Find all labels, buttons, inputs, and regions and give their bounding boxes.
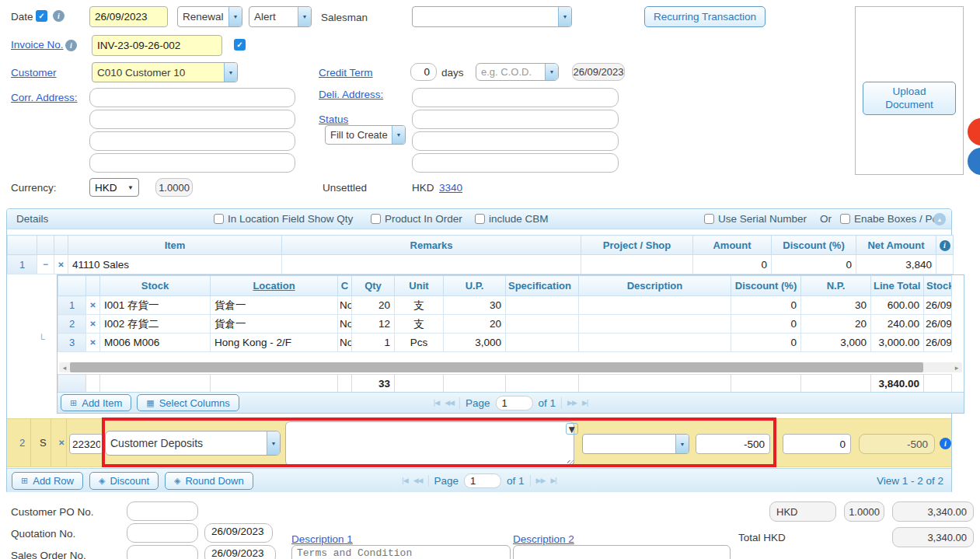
delete-row-icon[interactable]: ✕ — [86, 315, 100, 334]
page-input[interactable] — [464, 473, 501, 488]
use-serial-checkbox[interactable]: Use Serial Number — [704, 213, 807, 225]
project-combo[interactable]: ▼ — [582, 434, 689, 454]
last-page-icon[interactable]: ▶| — [582, 399, 588, 407]
cell-desc[interactable] — [579, 296, 731, 315]
invoice-no-info-icon[interactable]: i — [65, 40, 77, 51]
collapse-row-icon[interactable]: − — [37, 255, 54, 274]
scrollbar-thumb[interactable] — [70, 362, 923, 372]
chevron-down-icon[interactable]: ▼ — [392, 126, 405, 144]
upload-document-button[interactable]: Upload Document — [863, 82, 956, 115]
cell-up[interactable]: 20 — [444, 315, 506, 334]
deli-address-input-4[interactable] — [412, 153, 619, 173]
status-combo[interactable]: Fill to Create ▼ — [325, 125, 406, 145]
remarks-dropdown-icon[interactable]: ▼ — [566, 423, 578, 435]
chevron-down-icon[interactable]: ▼ — [228, 7, 242, 26]
cell-up[interactable]: 30 — [444, 296, 506, 315]
unsettled-amount-link[interactable]: 3340 — [439, 182, 462, 194]
in-location-checkbox[interactable]: In Location Field Show Qty — [214, 213, 353, 225]
cell-stock[interactable]: M006 M006 — [100, 334, 211, 352]
delete-row-icon[interactable]: ✕ — [86, 296, 100, 315]
delete-row-icon[interactable]: ✕ — [86, 334, 100, 352]
date-info-icon[interactable]: i — [53, 10, 65, 22]
delete-row-icon[interactable]: ✕ — [54, 255, 68, 274]
product-in-order-checkbox[interactable]: Product In Order — [371, 213, 462, 225]
cell-c[interactable]: No — [338, 315, 352, 334]
scroll-left-icon[interactable]: ◂ — [59, 362, 70, 372]
description-1-label[interactable]: Description 1 — [291, 533, 353, 545]
corr-address-input-1[interactable] — [89, 88, 295, 107]
cell-item[interactable]: 41110 Sales — [68, 255, 282, 274]
quotation-input[interactable] — [127, 523, 198, 543]
credit-term-combo[interactable]: e.g. C.O.D. ▼ — [476, 63, 559, 81]
corr-address-label[interactable]: Corr. Address: — [11, 92, 78, 103]
chevron-down-icon[interactable]: ▼ — [558, 7, 571, 26]
currency-select[interactable]: HKD ▼ — [89, 178, 139, 197]
checkbox[interactable] — [371, 214, 381, 224]
col-location[interactable]: Location — [211, 276, 338, 296]
discount-input[interactable] — [783, 434, 851, 454]
credit-days-input[interactable] — [410, 63, 437, 81]
customer-label[interactable]: Customer — [11, 67, 57, 79]
cell-unit[interactable]: Pcs — [395, 334, 444, 352]
cell-remarks[interactable] — [282, 255, 581, 274]
chevron-down-icon[interactable]: ▼ — [545, 64, 558, 80]
renewal-combo[interactable]: Renewal ▼ — [177, 6, 242, 27]
cell-unit[interactable]: 支 — [395, 315, 444, 334]
horizontal-scrollbar[interactable]: ◂ ▸ — [59, 362, 962, 372]
cell-discount[interactable]: 0 — [731, 315, 801, 334]
deli-address-label[interactable]: Deli. Address: — [319, 89, 383, 100]
chevron-down-icon[interactable]: ▼ — [675, 435, 689, 453]
cell-project[interactable] — [581, 255, 693, 274]
cell-desc[interactable] — [579, 334, 731, 352]
cell-discount[interactable]: 0 — [731, 296, 801, 315]
add-row-button[interactable]: ⊞Add Row — [12, 472, 83, 490]
invoice-no-checkbox[interactable]: ✓ — [234, 39, 246, 51]
cell-location[interactable]: Hong Kong - 2/F — [211, 334, 338, 352]
chevron-down-icon[interactable]: ▼ — [298, 7, 311, 26]
enable-boxes-checkbox[interactable]: Enabe Boxes / Pcs — [840, 213, 943, 225]
cell-amount[interactable]: 0 — [693, 255, 772, 274]
page-input[interactable] — [496, 396, 533, 411]
deli-address-input-2[interactable] — [412, 110, 619, 129]
amount-input[interactable] — [696, 434, 770, 454]
cell-qty[interactable]: 20 — [352, 296, 395, 315]
date-checkbox[interactable]: ✓ — [36, 10, 47, 22]
cell-np[interactable]: 20 — [801, 315, 871, 334]
terms-textarea[interactable] — [291, 545, 511, 559]
checkbox[interactable] — [840, 214, 850, 224]
cell-np[interactable]: 3,000 — [801, 334, 871, 352]
cell-unit[interactable]: 支 — [395, 296, 444, 315]
prev-page-icon[interactable]: ◀◀ — [413, 477, 423, 484]
include-cbm-checkbox[interactable]: include CBM — [475, 213, 549, 225]
cell-c[interactable]: No — [338, 334, 352, 352]
select-columns-button[interactable]: ▦Select Columns — [137, 394, 239, 411]
cell-spec[interactable] — [506, 315, 579, 334]
sales-order-input[interactable] — [127, 545, 198, 559]
status-label[interactable]: Status — [319, 114, 348, 125]
invoice-no-input[interactable] — [92, 35, 222, 56]
checkbox[interactable] — [214, 214, 224, 224]
date-input[interactable] — [89, 6, 168, 27]
customer-po-input[interactable] — [127, 501, 198, 521]
cell-location[interactable]: 貨倉一 — [211, 315, 338, 334]
invoice-no-label[interactable]: Invoice No. — [11, 39, 64, 51]
cell-qty[interactable]: 1 — [352, 334, 395, 352]
corr-address-input-3[interactable] — [89, 131, 295, 151]
net-amount-info-icon[interactable]: i — [940, 240, 950, 251]
cell-spec[interactable] — [506, 296, 579, 315]
cell-discount[interactable]: 0 — [731, 334, 801, 352]
cell-desc[interactable] — [579, 315, 731, 334]
last-page-icon[interactable]: ▶| — [550, 477, 556, 484]
delete-row-icon[interactable]: ✕ — [58, 438, 65, 447]
add-item-button[interactable]: ⊞Add Item — [61, 394, 131, 411]
description-2-textarea[interactable] — [513, 545, 731, 559]
floating-action-blue[interactable] — [968, 148, 980, 175]
round-down-button[interactable]: ◈Round Down — [165, 472, 253, 490]
salesman-combo[interactable]: ▼ — [412, 6, 572, 27]
row-info-icon[interactable]: i — [940, 438, 951, 449]
cell-up[interactable]: 3,000 — [444, 334, 506, 352]
floating-action-red[interactable] — [968, 118, 980, 145]
next-page-icon[interactable]: ▶▶ — [567, 399, 577, 407]
customer-combo[interactable]: C010 Customer 10 ▼ — [92, 62, 238, 82]
next-page-icon[interactable]: ▶▶ — [536, 477, 546, 484]
